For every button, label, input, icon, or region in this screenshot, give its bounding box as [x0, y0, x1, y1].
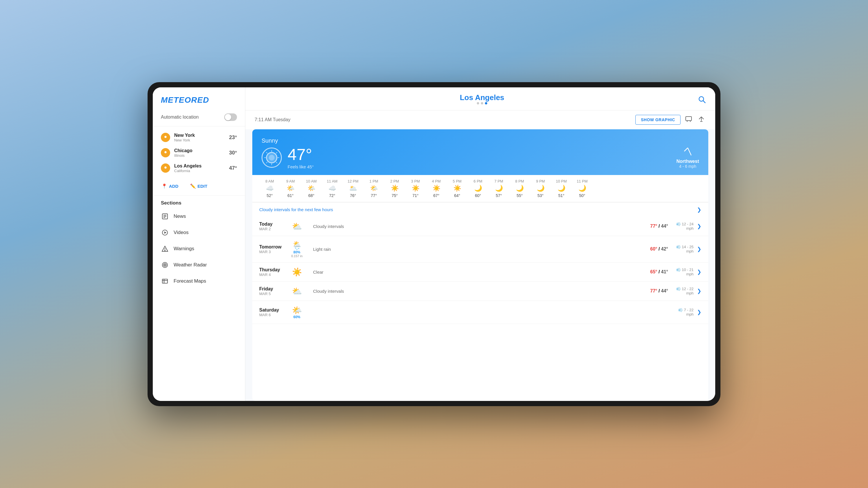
city-title: Los Angeles	[460, 93, 504, 108]
forecast-temps-0: 77° / 44°	[630, 224, 668, 229]
location-item[interactable]: New York New York 23°	[153, 130, 245, 145]
hour-temp-1: 61°	[287, 193, 293, 198]
forecast-temps-3: 77° / 44°	[630, 288, 668, 294]
sidebar-item-videos[interactable]: Videos	[153, 225, 245, 241]
forecast-sep-0: /	[658, 224, 661, 229]
wind-speed: 4 - 6 mph	[677, 164, 699, 169]
auto-location-label: Automatic location	[161, 115, 199, 120]
location-temp-la: 47°	[229, 165, 237, 171]
hourly-item-14: 10 PM 🌙 51°	[551, 179, 572, 198]
edit-button[interactable]: ✏️ EDIT	[187, 182, 210, 191]
sidebar-item-radar[interactable]: Weather Radar	[153, 257, 245, 273]
wind-direction: Northwest	[677, 159, 699, 164]
hour-temp-7: 71°	[412, 193, 418, 198]
forecast-icon-3: ⛅	[292, 286, 302, 296]
hour-label-3: 11 AM	[327, 179, 338, 184]
location-item-chicago[interactable]: Chicago Illinois 30°	[153, 145, 245, 161]
hour-label-13: 9 PM	[536, 179, 545, 184]
forecast-row-3[interactable]: Friday MAR 5 ⛅ Cloudy intervals 77° / 44…	[252, 282, 708, 301]
location-state-newyork: New York	[174, 138, 229, 142]
temp-feels-block: 47° Feels like 45°	[288, 147, 314, 169]
time-row: 7:11 AM Tuesday SHOW GRAPHIC	[245, 110, 715, 129]
main-content: Los Angeles	[245, 87, 715, 401]
forecast-wind-text-4: 7 - 22 mph	[684, 308, 693, 317]
svg-point-14	[165, 264, 165, 265]
forecast-wind-text-0: 12 - 24 mph	[682, 222, 693, 231]
forecast-row-0[interactable]: Today MAR 2 ⛅ Cloudy intervals 77° / 44°	[252, 217, 708, 236]
search-button[interactable]	[698, 95, 706, 105]
device-screen: METEORED Automatic location New York New…	[153, 87, 715, 401]
hour-label-2: 10 AM	[306, 179, 317, 184]
weather-condition: Sunny	[261, 137, 699, 144]
forecast-date-4: Saturday MAR 6	[259, 307, 285, 317]
hour-temp-10: 60°	[475, 193, 481, 198]
hour-icon-4: 🌥️	[349, 185, 357, 192]
hourly-item-5: 1 PM 🌤️ 77°	[363, 179, 384, 198]
main-header: Los Angeles	[245, 87, 715, 110]
hour-icon-5: 🌤️	[370, 185, 378, 192]
forecast-row-4[interactable]: Saturday MAR 6 🌤️ 60% 💨	[252, 301, 708, 324]
forecast-high-0: 77°	[650, 224, 657, 229]
show-graphic-button[interactable]: SHOW GRAPHIC	[636, 115, 681, 125]
forecast-desc-3: Cloudy intervals	[308, 289, 630, 294]
svg-rect-15	[162, 279, 167, 283]
hourly-item-2: 10 AM 🌤️ 68°	[301, 179, 322, 198]
hour-icon-15: 🌙	[578, 185, 586, 192]
alert-banner[interactable]: Cloudy intervals for the next few hours …	[252, 202, 708, 217]
alert-chevron-icon: ❯	[697, 206, 701, 213]
forecast-low-0: 44°	[661, 224, 668, 229]
news-icon	[161, 212, 169, 220]
sidebar-item-news[interactable]: News	[153, 208, 245, 225]
svg-point-1	[164, 151, 166, 153]
forecast-datestr-0: MAR 2	[259, 227, 285, 231]
auto-location-toggle[interactable]	[224, 113, 237, 121]
warnings-icon	[161, 245, 169, 253]
forecast-wind-4: 💨 7 - 22 mph	[668, 308, 697, 317]
hourly-item-6: 2 PM ☀️ 75°	[384, 179, 405, 198]
sidebar-item-warnings[interactable]: Warnings	[153, 241, 245, 257]
header-actions: SHOW GRAPHIC	[636, 115, 706, 125]
forecast-day-0: Today	[259, 222, 285, 227]
dot-3	[485, 102, 487, 104]
auto-location-row: Automatic location	[153, 110, 245, 126]
hour-label-15: 11 PM	[577, 179, 588, 184]
comment-button[interactable]	[684, 115, 693, 125]
forecast-row-2[interactable]: Thursday MAR 4 ☀️ Clear 65° / 41°	[252, 263, 708, 282]
forecast-temps-2: 65° / 41°	[630, 269, 668, 274]
sidebar-item-forecast-maps[interactable]: Forecast Maps	[153, 273, 245, 289]
header-top: Los Angeles	[255, 93, 706, 108]
dot-2	[481, 102, 483, 104]
hour-icon-8: ☀️	[433, 185, 440, 192]
svg-marker-8	[164, 231, 166, 234]
forecast-wind-text-1: 14 - 25 mph	[682, 245, 693, 253]
hour-label-12: 8 PM	[515, 179, 524, 184]
forecast-maps-icon	[161, 277, 169, 285]
forecast-icon-area-1: 🌦️ 80% 0.157 in	[285, 241, 308, 258]
svg-point-11	[165, 250, 165, 251]
forecast-temps-1: 60° / 42°	[630, 247, 668, 252]
hourly-item-8: 4 PM ☀️ 67°	[426, 179, 447, 198]
location-state-chicago: Illinois	[174, 153, 229, 158]
content-scroll: Sunny	[245, 129, 715, 401]
svg-line-31	[688, 148, 691, 155]
forecast-date-2: Thursday MAR 4	[259, 267, 285, 277]
forecast-sep-2: /	[658, 269, 661, 274]
share-button[interactable]	[697, 115, 706, 125]
forecast-wind-3: 💨 12 - 22 mph	[668, 287, 697, 295]
add-button[interactable]: 📍 ADD	[159, 182, 181, 191]
add-edit-row: 📍 ADD ✏️ EDIT	[153, 180, 245, 196]
forecast-day-1: Tomorrow	[259, 245, 285, 250]
weather-temp-block: 47° Feels like 45°	[261, 147, 314, 169]
forecast-icon-2: ☀️	[292, 267, 302, 277]
forecast-date-3: Friday MAR 5	[259, 286, 285, 296]
location-state-la: California	[174, 169, 229, 173]
hourly-item-13: 9 PM 🌙 53°	[530, 179, 551, 198]
hour-icon-9: ☀️	[454, 185, 461, 192]
forecast-datestr-4: MAR 6	[259, 313, 285, 317]
add-pin-icon: 📍	[161, 184, 167, 189]
hour-temp-11: 57°	[496, 193, 502, 198]
hourly-item-9: 5 PM ☀️ 64°	[447, 179, 468, 198]
forecast-row-1[interactable]: Tomorrow MAR 3 🌦️ 80% 0.157 in Light rai…	[252, 236, 708, 263]
location-icon-la	[161, 163, 170, 173]
location-item-la[interactable]: Los Angeles California 47°	[153, 161, 245, 176]
